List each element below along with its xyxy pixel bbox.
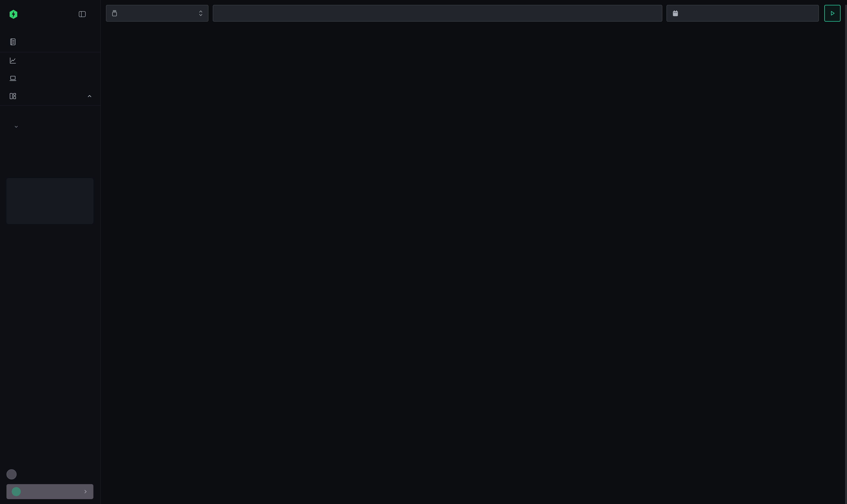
dashboard-grid-icon bbox=[9, 92, 17, 100]
line-chart-icon bbox=[9, 57, 17, 64]
cloud-promo-card bbox=[6, 178, 93, 224]
help-button[interactable] bbox=[6, 469, 17, 480]
scrollbar[interactable] bbox=[845, 5, 847, 504]
laptop-icon bbox=[9, 74, 17, 82]
get-started-button[interactable] bbox=[12, 201, 88, 217]
sidebar-preset-services[interactable] bbox=[0, 143, 101, 152]
journal-search-icon bbox=[9, 38, 17, 46]
app-logo bbox=[9, 9, 93, 20]
sidebar-divider bbox=[0, 52, 101, 52]
bolt-logo-icon bbox=[9, 10, 18, 19]
sidebar-item-search[interactable] bbox=[0, 34, 101, 50]
sidebar-collapse-icon[interactable] bbox=[78, 10, 87, 18]
sidebar-preset-clickhouse[interactable] bbox=[0, 132, 101, 142]
sidebar-item-chart-explorer[interactable] bbox=[0, 53, 101, 69]
user-avatar bbox=[12, 487, 21, 496]
sidebar-item-dashboards[interactable] bbox=[0, 88, 101, 104]
sidebar-divider bbox=[0, 105, 101, 106]
chevron-right-icon bbox=[83, 489, 88, 494]
session-list bbox=[0, 0, 847, 504]
sidebar-item-client-sessions[interactable] bbox=[0, 70, 101, 86]
create-dashboard-button[interactable] bbox=[0, 110, 101, 121]
presets-toggle[interactable] bbox=[0, 122, 101, 132]
sidebar-preset-kubernetes[interactable] bbox=[0, 153, 101, 163]
chevron-down-icon bbox=[14, 125, 22, 129]
chevron-up-icon[interactable] bbox=[87, 93, 92, 99]
sidebar bbox=[0, 0, 101, 504]
local-mode-menu[interactable] bbox=[6, 484, 93, 499]
